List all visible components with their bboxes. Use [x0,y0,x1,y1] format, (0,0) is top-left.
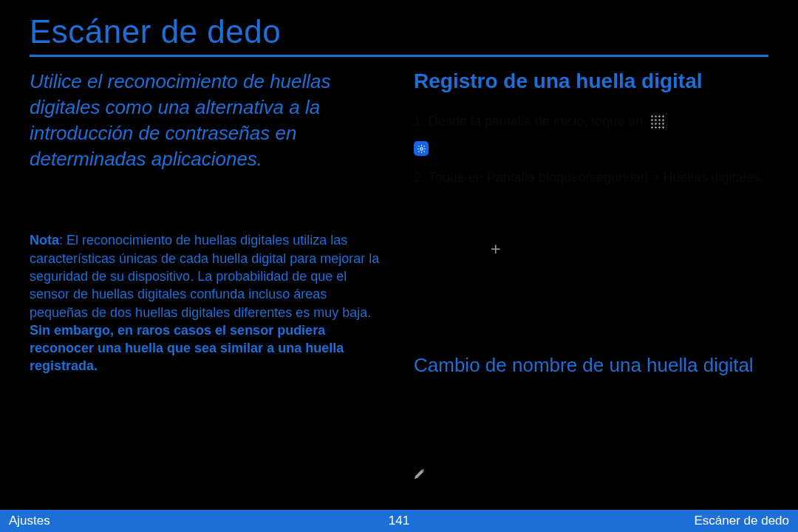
svg-point-0 [420,147,422,149]
pencil-icon [414,466,426,477]
settings-icon [414,141,429,156]
step1-text-c: . [487,139,491,159]
plus-icon: + [491,240,501,258]
note-block: Nota: El reconocimiento de huellas digit… [30,231,384,375]
right-column: Registro de una huella digital 1. Desde … [414,69,768,491]
section2-body-text: El nombre que se emplea para identificar… [414,395,768,454]
section2-body: El nombre que se emplea para identificar… [414,395,768,482]
section2-body-b: . [475,462,479,482]
section1-title: Registro de una huella digital [414,69,768,94]
note-body: : El reconocimiento de huellas digitales… [30,233,379,319]
footer-right: Escáner de dedo [694,514,789,528]
title-area: Escáner de dedo [0,0,798,50]
apps-icon [650,115,664,128]
step3-text-a: 3. Toque en [414,239,483,259]
steps-list: 1. Desde la pantalla de inicio, toque en… [414,112,768,307]
footer-bar: Ajustes 141 Escáner de dedo [0,510,798,532]
page: Escáner de dedo Utilice el reconocimient… [0,0,798,532]
footer-left: Ajustes [9,514,50,528]
intro-text: Utilice el reconocimiento de huellas dig… [30,69,384,172]
left-column: Utilice el reconocimiento de huellas dig… [30,69,384,491]
step1-text-b: > [753,112,761,132]
step1-text-a: 1. Desde la pantalla de inicio, toque en [414,112,643,132]
step-1: 1. Desde la pantalla de inicio, toque en… [414,112,768,159]
note-label: Nota [30,233,59,248]
step1-settings-label: Ajustes [436,139,480,159]
step2-text: 2. Toque en Pantalla bloqueo/seguridad >… [414,168,764,188]
step3-plus-label: Añadir huella digital [508,239,624,259]
step1-apps-label: Aplicaciones [671,112,746,132]
body-columns: Utilice el reconocimiento de huellas dig… [0,57,798,491]
footer-page-number: 141 [0,514,798,528]
section2-title: Cambio de nombre de una huella digital [414,354,768,377]
step-2: 2. Toque en Pantalla bloqueo/seguridad >… [414,168,768,188]
step3-text-b: y siga las indicaciones para registrar u… [414,267,768,307]
step-3: 3. Toque en + Añadir huella digital y si… [414,239,768,307]
section2-edit-label: Editar [433,462,468,482]
page-title: Escáner de dedo [30,13,768,50]
note-bold: Sin embargo, en raros casos el sensor pu… [30,323,344,374]
